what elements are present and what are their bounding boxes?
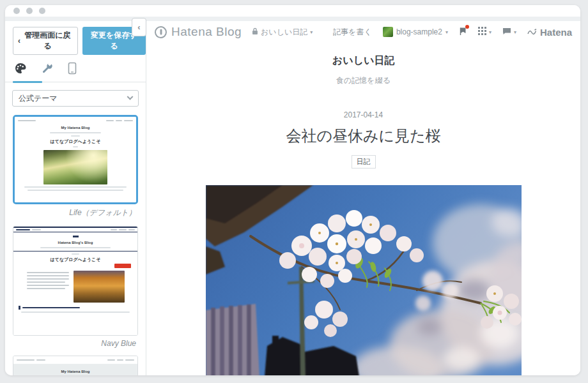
chevron-down-icon (127, 93, 134, 100)
preview-blog-title: My Hatena Blog (13, 370, 137, 374)
smartphone-icon (68, 66, 77, 77)
notification-dot (465, 25, 469, 29)
collapse-chevron-icon: ‹ (137, 22, 140, 32)
titlebar-divider (5, 17, 580, 21)
hatena-blog-logo-text: Hatena Blog (171, 25, 242, 39)
theme-card-life[interactable]: My Hatena Blog はてなブログへようこそ (13, 115, 138, 204)
write-post-link[interactable]: 記事を書く (333, 27, 372, 38)
window-dot[interactable] (26, 8, 33, 14)
subscriptions-button[interactable] (459, 27, 467, 38)
theme-label-navy-blue: Navy Blue (13, 339, 136, 348)
back-chevron-icon: ‹ (18, 36, 20, 45)
blog-preview: おいしい日記 食の記憶を綴る 2017-04-14 会社の昼休みに見た桜 日記 (206, 54, 522, 375)
preview-photo-autumn (74, 271, 125, 303)
tab-theme[interactable] (14, 62, 41, 82)
theme-label-life: Life（デフォルト） (13, 207, 136, 218)
window-dot[interactable] (13, 8, 20, 14)
theme-preview-navy-blue: Hatena Blog's Blog はてなブログへようこそ (13, 227, 137, 335)
back-button-label: 管理画面に戻る (22, 30, 73, 52)
blog-title[interactable]: おいしい日記 (206, 54, 522, 68)
theme-list: My Hatena Blog はてなブログへようこそ Life（デフォルト） (5, 107, 146, 375)
lock-icon (252, 27, 258, 37)
theme-select-value: 公式テーマ (19, 93, 58, 104)
hatena-logo-icon (527, 27, 538, 38)
caret-down-icon: ▾ (514, 29, 516, 35)
theme-preview-third: My Hatena Blog はてなブログへようこそ (13, 356, 137, 375)
preview-photo-river (43, 150, 107, 184)
hatena-blog-logo[interactable]: Hatena Blog (155, 25, 242, 39)
blog-admin-header: Hatena Blog おいしい日記 ▾ 記事を書く (146, 21, 580, 40)
header-right-menu: 記事を書く blog-sample2 ▾ (333, 27, 572, 38)
grid-icon (478, 27, 486, 37)
tab-customize[interactable] (41, 62, 68, 82)
hatena-blog-design-app: ‹ ‹ 管理画面に戻る 変更を保存する (5, 21, 580, 375)
preview-post-title: はてなブログへようこそ (18, 139, 133, 144)
caret-down-icon: ▾ (445, 29, 448, 35)
caret-down-icon: ▾ (489, 29, 491, 35)
cherry-blossom-photo (206, 185, 522, 375)
design-tabs (5, 62, 146, 82)
sidebar-collapse-button[interactable]: ‹ (132, 18, 146, 36)
theme-card-third[interactable]: My Hatena Blog はてなブログへようこそ (13, 356, 138, 375)
sidebar-actions: ‹ 管理画面に戻る 変更を保存する (5, 21, 146, 55)
back-to-admin-button[interactable]: ‹ 管理画面に戻る (13, 27, 78, 55)
window-dot[interactable] (39, 8, 45, 14)
apps-menu[interactable]: ▾ (478, 27, 491, 37)
caret-down-icon: ▾ (310, 29, 313, 35)
current-blog-switcher[interactable]: おいしい日記 ▾ (252, 27, 313, 38)
theme-category-select[interactable]: 公式テーマ (12, 90, 139, 107)
blog-subtitle: 食の記憶を綴る (206, 75, 522, 86)
preview-post-title: はてなブログへようこそ (13, 257, 137, 262)
tab-smartphone[interactable] (68, 62, 95, 82)
theme-preview-life: My Hatena Blog はてなブログへようこそ (15, 117, 136, 202)
post-category-tag[interactable]: 日記 (352, 155, 376, 169)
hatena-brand[interactable]: Hatena (527, 27, 572, 38)
current-blog-name: おいしい日記 (261, 27, 307, 38)
preview-blog-title: Hatena Blog's Blog (13, 241, 137, 245)
window-titlebar (5, 5, 580, 17)
hatena-brand-text: Hatena (540, 27, 572, 38)
notifications-menu[interactable]: ▾ (502, 27, 516, 37)
username: blog-sample2 (396, 27, 442, 36)
wrench-icon (41, 66, 54, 77)
theme-card-navy-blue[interactable]: Hatena Blog's Blog はてなブログへようこそ (13, 226, 138, 336)
account-menu[interactable]: blog-sample2 ▾ (383, 27, 448, 37)
chat-bubble-icon (502, 27, 511, 37)
preview-pane: Hatena Blog おいしい日記 ▾ 記事を書く (146, 21, 580, 375)
preview-subscribe-button (114, 264, 131, 268)
post-date[interactable]: 2017-04-14 (206, 110, 522, 119)
design-sidebar: ‹ ‹ 管理画面に戻る 変更を保存する (5, 21, 146, 375)
avatar (383, 27, 393, 37)
browser-window: ‹ ‹ 管理画面に戻る 変更を保存する (5, 5, 580, 375)
palette-icon (14, 66, 27, 77)
post-title[interactable]: 会社の昼休みに見た桜 (206, 126, 522, 146)
hatena-blog-logo-icon (155, 26, 167, 38)
preview-blog-title: My Hatena Blog (18, 126, 133, 130)
